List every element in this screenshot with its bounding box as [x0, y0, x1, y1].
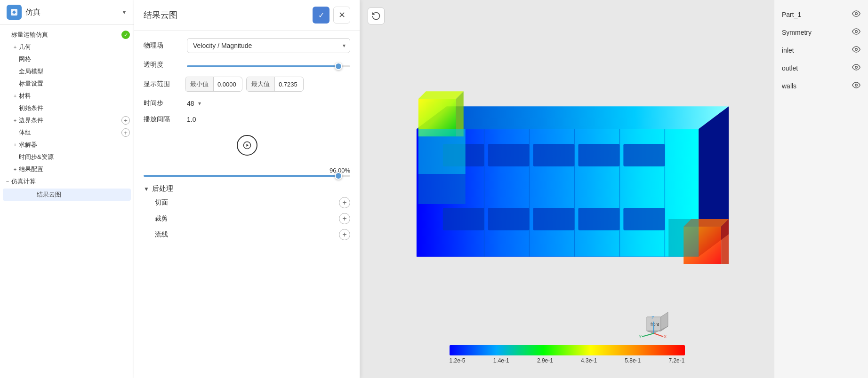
expand-icon-geometry[interactable]: + [11, 43, 19, 51]
sidebar-collapse-icon[interactable]: ▼ [121, 9, 127, 16]
add-boundary-btn[interactable]: + [121, 116, 130, 125]
svg-point-44 [855, 66, 858, 69]
svg-marker-2 [246, 144, 249, 147]
streamline-label: 流线 [155, 230, 168, 239]
colorbar-label-0: 1.2e-5 [450, 357, 466, 364]
post-processing-header[interactable]: ▼ 后处理 [144, 184, 350, 193]
right-item-symmetry[interactable]: Symmetry [774, 24, 868, 41]
min-field: 最小值 0.0000 [185, 77, 242, 92]
sidebar-item-boundary-conditions[interactable]: + 边界条件 + [0, 114, 134, 126]
svg-marker-30 [668, 219, 699, 257]
eye-icon-symmetry[interactable] [852, 27, 860, 38]
min-label: 最小值 [185, 77, 214, 91]
sidebar: 仿真 ▼ − 标量运输仿真 ✓ + 几何 网格 全局模型 标量设置 [0, 0, 134, 378]
add-clip-button[interactable]: + [339, 213, 350, 224]
sidebar-item-solver[interactable]: + 求解器 [0, 139, 134, 151]
physics-field-control: Velocity / Magnitude ▾ [187, 38, 350, 53]
viewport[interactable]: front X Y Z 1.2e-5 1.4e-1 2.9e-1 4.3e-1 … [360, 0, 774, 378]
eye-icon-outlet[interactable] [852, 63, 860, 73]
right-item-label-walls: walls [782, 82, 848, 90]
eye-icon-part1[interactable] [852, 9, 860, 20]
label-scalar-transport: 标量运输仿真 [11, 31, 120, 39]
physics-field-select[interactable]: Velocity / Magnitude [187, 38, 350, 53]
sidebar-header: 仿真 ▼ [0, 0, 134, 25]
svg-rect-11 [623, 144, 665, 166]
app-logo [7, 5, 22, 20]
expand-icon-boundary[interactable]: + [11, 117, 19, 124]
sidebar-item-mesh[interactable]: 网格 [0, 53, 134, 65]
colorbar-gradient [450, 345, 685, 355]
expand-icon-scalar-transport[interactable]: − [4, 31, 11, 39]
max-value[interactable]: 0.7235 [275, 78, 303, 91]
sidebar-item-scalar-settings[interactable]: 标量设置 [0, 78, 134, 90]
label-result-cloud: 结果云图 [37, 190, 127, 199]
svg-marker-28 [418, 129, 466, 174]
label-initial-conditions: 初始条件 [19, 104, 130, 112]
display-range-row: 显示范围 最小值 0.0000 最大值 0.7235 [144, 77, 350, 92]
right-item-inlet[interactable]: inlet [774, 41, 868, 59]
label-sim-compute: 仿真计算 [11, 177, 130, 186]
svg-rect-13 [488, 208, 530, 230]
sidebar-item-geometry[interactable]: + 几何 [0, 41, 134, 53]
sidebar-item-initial-conditions[interactable]: 初始条件 [0, 102, 134, 114]
svg-rect-10 [578, 144, 619, 166]
transparency-label: 透明度 [144, 61, 181, 69]
max-field: 最大值 0.7235 [246, 77, 304, 92]
sidebar-item-result-cloud[interactable]: 结果云图 [3, 189, 131, 201]
right-item-part1[interactable]: Part_1 [774, 6, 868, 24]
timestep-value: 48 [187, 100, 194, 107]
timestep-arrow-icon: ▾ [198, 100, 201, 107]
sidebar-item-scalar-transport[interactable]: − 标量运输仿真 ✓ [0, 29, 134, 41]
svg-rect-9 [533, 144, 575, 166]
physics-field-label: 物理场 [144, 41, 181, 50]
svg-rect-12 [443, 208, 484, 230]
progress-slider[interactable] [144, 175, 350, 177]
status-check-scalar-transport: ✓ [121, 31, 130, 39]
label-solver: 求解器 [19, 141, 130, 149]
colorbar-label-5: 7.2e-1 [668, 357, 684, 364]
section-item-clip: 裁剪 + [155, 213, 350, 224]
svg-point-41 [855, 13, 858, 15]
svg-marker-29 [418, 174, 466, 204]
expand-icon-solver[interactable]: + [11, 141, 19, 149]
label-materials: 材料 [19, 92, 130, 100]
svg-rect-15 [578, 208, 619, 230]
section-item-streamline: 流线 + [155, 229, 350, 240]
close-button[interactable]: ✕ [333, 7, 350, 24]
reset-view-button[interactable] [368, 8, 385, 24]
sidebar-item-body-group[interactable]: 体组 + [0, 126, 134, 139]
right-item-walls[interactable]: walls [774, 77, 868, 95]
eye-icon-inlet[interactable] [852, 45, 860, 55]
expand-icon-sim-compute[interactable]: − [4, 178, 11, 185]
sidebar-tree: − 标量运输仿真 ✓ + 几何 网格 全局模型 标量设置 + [0, 25, 134, 378]
sidebar-item-global-model[interactable]: 全局模型 [0, 65, 134, 78]
expand-icon-materials[interactable]: + [11, 92, 19, 100]
play-button[interactable] [237, 135, 257, 156]
sidebar-item-timestep[interactable]: 时间步&资源 [0, 151, 134, 163]
add-body-group-btn[interactable]: + [121, 128, 130, 137]
interval-control: 1.0 [187, 115, 350, 124]
expand-icon-result-config[interactable]: + [11, 165, 19, 173]
add-streamline-button[interactable]: + [339, 229, 350, 240]
sidebar-item-materials[interactable]: + 材料 [0, 90, 134, 102]
colorbar: 1.2e-5 1.4e-1 2.9e-1 4.3e-1 5.8e-1 7.2e-… [450, 345, 685, 364]
confirm-button[interactable]: ✓ [313, 7, 330, 24]
timestep-row: 时间步 48 ▾ [144, 99, 350, 108]
interval-row: 播放间隔 1.0 [144, 115, 350, 124]
svg-text:Z: Z [651, 315, 654, 320]
right-panel: Part_1 Symmetry inlet outlet [774, 0, 868, 378]
sidebar-item-sim-compute[interactable]: − 仿真计算 [0, 175, 134, 188]
svg-line-37 [642, 333, 654, 337]
clip-label: 裁剪 [155, 214, 168, 223]
min-value[interactable]: 0.0000 [214, 78, 242, 91]
sidebar-item-result-config[interactable]: + 结果配置 [0, 163, 134, 175]
svg-marker-23 [418, 91, 464, 99]
add-cut-button[interactable]: + [339, 197, 350, 208]
right-item-label-part1: Part_1 [782, 11, 848, 18]
colorbar-labels: 1.2e-5 1.4e-1 2.9e-1 4.3e-1 5.8e-1 7.2e-… [450, 357, 685, 364]
eye-icon-walls[interactable] [852, 81, 860, 91]
right-item-outlet[interactable]: outlet [774, 59, 868, 77]
panel-body: 物理场 Velocity / Magnitude ▾ 透明度 显示范围 最小值 … [134, 31, 360, 378]
transparency-slider[interactable] [187, 65, 350, 67]
right-item-label-outlet: outlet [782, 64, 848, 72]
